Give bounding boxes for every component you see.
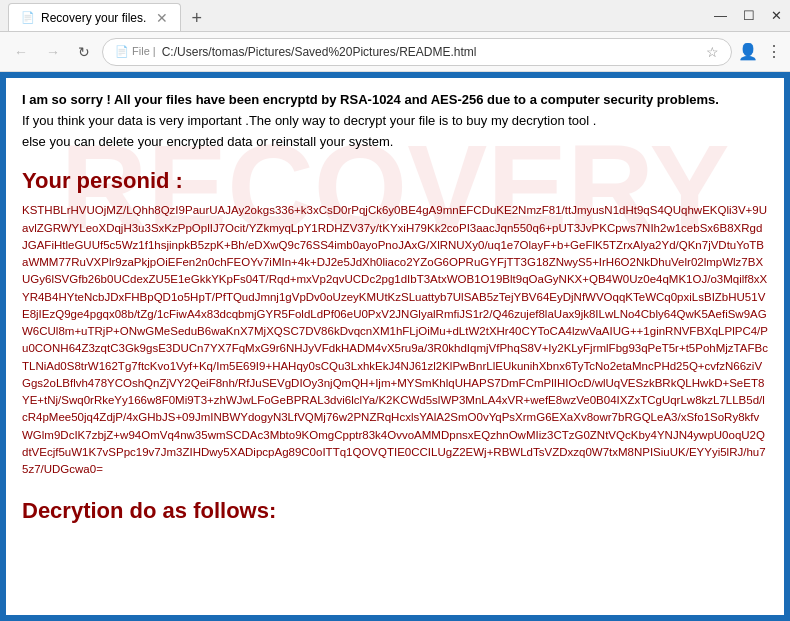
tab-strip: 📄 Recovery your files. ✕ + [8, 0, 208, 31]
reload-button[interactable]: ↻ [72, 40, 96, 64]
personal-id-text: KSTHBLrHVUOjMZ/LQhh8QzI9PaurUAJAy2okgs33… [22, 202, 768, 478]
toolbar-icons: 👤 ⋮ [738, 42, 782, 61]
file-protocol-icon: 📄 File | [115, 45, 156, 58]
minimize-button[interactable]: — [714, 8, 727, 23]
intro-line-3: else you can delete your encrypted data … [22, 134, 393, 149]
intro-line-1: I am so sorry ! All your files have been… [22, 92, 719, 107]
content-inner: I am so sorry ! All your files have been… [22, 90, 768, 524]
maximize-button[interactable]: ☐ [743, 8, 755, 23]
forward-button[interactable]: → [40, 40, 66, 64]
page-content: RECOVERY I am so sorry ! All your files … [6, 78, 784, 615]
address-bar-input[interactable]: 📄 File | C:/Users/tomas/Pictures/Saved%2… [102, 38, 732, 66]
section2-title: Decrytion do as follows: [22, 498, 768, 524]
section1-title: Your personid : [22, 168, 768, 194]
tab-document-icon: 📄 [21, 11, 35, 24]
menu-icon[interactable]: ⋮ [766, 42, 782, 61]
active-tab[interactable]: 📄 Recovery your files. ✕ [8, 3, 181, 31]
intro-line-2: If you think your data is very important… [22, 113, 596, 128]
tab-title: Recovery your files. [41, 11, 146, 25]
url-display: C:/Users/tomas/Pictures/Saved%20Pictures… [162, 45, 700, 59]
tab-close-button[interactable]: ✕ [156, 10, 168, 26]
user-icon[interactable]: 👤 [738, 42, 758, 61]
addressbar: ← → ↻ 📄 File | C:/Users/tomas/Pictures/S… [0, 32, 790, 72]
titlebar: 📄 Recovery your files. ✕ + — ☐ ✕ [0, 0, 790, 32]
bookmark-star-icon[interactable]: ☆ [706, 44, 719, 60]
intro-text: I am so sorry ! All your files have been… [22, 90, 768, 152]
new-tab-button[interactable]: + [185, 6, 208, 31]
close-button[interactable]: ✕ [771, 8, 782, 23]
window-controls: — ☐ ✕ [714, 8, 782, 23]
back-button[interactable]: ← [8, 40, 34, 64]
